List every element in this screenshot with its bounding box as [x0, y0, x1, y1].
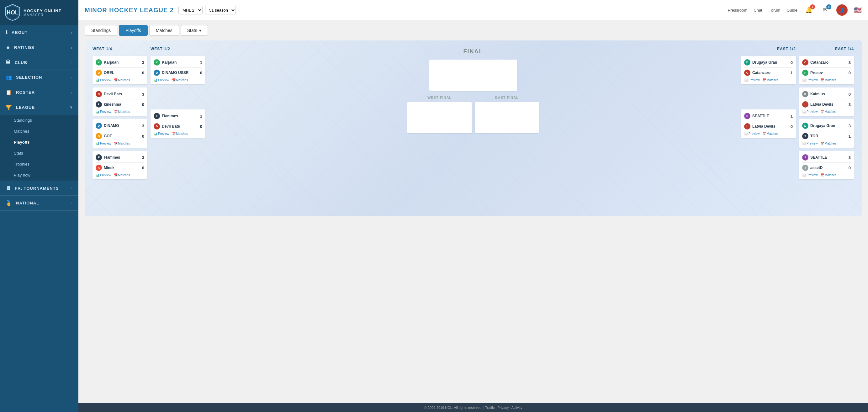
- wq2-preview-link[interactable]: 📊 Preview: [96, 110, 111, 114]
- sidebar-item-club[interactable]: 🏛 CLUB ›: [0, 55, 79, 70]
- es1-team2-name: Catanzaro: [752, 70, 788, 75]
- chevron-icon: ›: [71, 201, 73, 205]
- logo-area[interactable]: HOL HOCKEY-ONLINE MANAGER: [0, 0, 79, 25]
- wq4-team1-score: 3: [139, 155, 144, 160]
- building-icon: 🏛: [6, 60, 11, 65]
- wq2-matches-link[interactable]: 📅 Matches: [114, 110, 130, 114]
- sidebar-item-matches[interactable]: Matches: [0, 126, 79, 137]
- eq2-team2-score: 3: [846, 102, 851, 107]
- west-final-col: WEST FINAL: [407, 96, 472, 133]
- sidebar-item-ratings[interactable]: ★ RATINGS ›: [0, 40, 79, 55]
- wq1-team2-score: 0: [139, 70, 144, 75]
- svg-text:HOL: HOL: [7, 9, 19, 16]
- eq3-matches-link[interactable]: 📅 Matches: [820, 142, 837, 145]
- wq3-matches-link[interactable]: 📅 Matches: [114, 142, 130, 145]
- wq2-team2-score: 0: [139, 102, 144, 107]
- footer-text: © 2009-2019 HOL. All rights reserved. | …: [424, 406, 522, 410]
- league-select[interactable]: MHL 2: [179, 6, 203, 14]
- people-icon: 👥: [6, 74, 12, 80]
- sidebar-item-fr-tournaments[interactable]: 🖥 FR. TOURNAMENTS ›: [0, 181, 79, 195]
- wq4-preview-link[interactable]: 📊 Preview: [96, 173, 111, 177]
- es1-preview-link[interactable]: 📊 Preview: [744, 78, 760, 82]
- season-select[interactable]: 51 season: [205, 6, 236, 14]
- sidebar-item-league[interactable]: 🏆 LEAGUE ∨: [0, 100, 79, 115]
- ws2-preview-link[interactable]: 📊 Preview: [154, 132, 169, 135]
- sidebar-section-fr-tournaments: 🖥 FR. TOURNAMENTS ›: [0, 181, 79, 196]
- eq1-matches-link[interactable]: 📅 Matches: [820, 78, 837, 82]
- es1-team1-name: Drugaya Gran: [752, 60, 788, 65]
- sidebar-item-roster[interactable]: 📋 ROSTER ›: [0, 85, 79, 100]
- sidebar-section-about: ℹ ABOUT ›: [0, 25, 79, 40]
- logo-tor-eq3: T: [802, 133, 808, 139]
- sidebar-item-standings[interactable]: Standings: [0, 115, 79, 126]
- eq1-preview-link[interactable]: 📊 Preview: [802, 78, 818, 82]
- wq1-preview-link[interactable]: 📊 Preview: [96, 78, 111, 82]
- sidebar-item-fr-tournaments-label: FR. TOURNAMENTS: [15, 186, 59, 191]
- chevron-icon: ›: [71, 75, 73, 79]
- wq4-team2-name: Minsk: [104, 165, 139, 170]
- tab-standings[interactable]: Standings: [85, 25, 117, 36]
- notification-badge: 1: [810, 4, 815, 9]
- eq2-team1-score: 0: [846, 92, 851, 97]
- matchup-es2-team2-row: L Latvia Devils 0: [744, 122, 793, 130]
- matchup-es2-team1-row: S SEATTLE 1: [744, 112, 793, 120]
- sidebar-item-stats[interactable]: Stats: [0, 148, 79, 159]
- matchup-wq4: F Flammes 3 A Minsk 0 📊 Preview 📅 M: [93, 151, 147, 179]
- wq1-team1-name: Karjalan: [104, 60, 139, 65]
- logo-karjalan-ws: K: [154, 59, 160, 66]
- sidebar-section-ratings: ★ RATINGS ›: [0, 40, 79, 55]
- matchup-eq1: C Catanzaro 3 P Presov 0 📊 Preview �: [799, 56, 854, 84]
- eq4-team1-score: 3: [846, 155, 851, 160]
- chevron-icon: ›: [71, 46, 73, 50]
- wq3-team2-name: GOT: [104, 134, 139, 138]
- ws2-matches-link[interactable]: 📅 Matches: [172, 132, 188, 135]
- eq1-team2-score: 0: [846, 70, 851, 75]
- sidebar-item-trophies[interactable]: Trophies: [0, 159, 79, 170]
- matchup-es2: S SEATTLE 1 L Latvia Devils 0 📊 Preview: [741, 109, 796, 138]
- ws1-matches-link[interactable]: 📅 Matches: [172, 78, 188, 82]
- logo-seattle-es: S: [744, 113, 750, 119]
- es2-matches-link[interactable]: 📅 Matches: [762, 132, 779, 135]
- wq3-preview-link[interactable]: 📊 Preview: [96, 142, 111, 145]
- eq3-preview-link[interactable]: 📊 Preview: [802, 142, 818, 145]
- logo-shield-icon: HOL: [5, 4, 20, 21]
- wq1-matches-link[interactable]: 📅 Matches: [114, 78, 130, 82]
- language-flag-button[interactable]: 🇺🇸: [854, 6, 862, 14]
- matchup-eq4: S SEATTLE 3 a assetD 0 📊 Preview 📅: [799, 151, 854, 179]
- wq4-matches-link[interactable]: 📅 Matches: [114, 173, 130, 177]
- es1-matches-link[interactable]: 📅 Matches: [762, 78, 779, 82]
- forum-link[interactable]: Forum: [769, 8, 780, 12]
- guide-link[interactable]: Guide: [786, 8, 798, 12]
- info-icon: ℹ: [6, 29, 8, 35]
- sidebar-item-about[interactable]: ℹ ABOUT ›: [0, 25, 79, 40]
- message-button[interactable]: ✉ 8: [820, 5, 830, 15]
- user-avatar-button[interactable]: 👤: [836, 4, 848, 16]
- tab-stats[interactable]: Stats ▾: [181, 25, 208, 36]
- sidebar-item-play-now[interactable]: Play now: [0, 170, 79, 181]
- eq1-team2-name: Presov: [810, 70, 846, 75]
- eq2-matches-link[interactable]: 📅 Matches: [820, 110, 837, 114]
- logo-hockey-online: HOCKEY-ONLINE: [24, 8, 61, 13]
- logo-seattle-eq4: S: [802, 154, 808, 161]
- ws1-preview-link[interactable]: 📊 Preview: [154, 78, 169, 82]
- eq2-team2-name: Latvia Devils: [810, 102, 846, 106]
- matchup-wq3-team1-row: D DINAMO 3: [96, 122, 144, 130]
- east-semi-col: EAST 1/2 D Drugaya Gran 0 C Catanzaro 1: [739, 47, 798, 183]
- east-quarter-header: EAST 1/4: [799, 47, 854, 53]
- tab-matches[interactable]: Matches: [149, 25, 179, 36]
- eq4-preview-link[interactable]: 📊 Preview: [802, 173, 818, 177]
- eq4-matches-link[interactable]: 📅 Matches: [820, 173, 837, 177]
- sidebar-item-playoffs[interactable]: Playoffs: [0, 137, 79, 148]
- logo-minsk: A: [96, 165, 102, 171]
- tab-playoffs[interactable]: Playoffs: [119, 25, 148, 36]
- sidebar-item-selection[interactable]: 👥 SELECTION ›: [0, 70, 79, 85]
- es2-preview-link[interactable]: 📊 Preview: [744, 132, 760, 135]
- notification-bell-button[interactable]: 🔔 1: [804, 5, 814, 15]
- chat-link[interactable]: Chat: [753, 8, 762, 12]
- eq2-preview-link[interactable]: 📊 Preview: [802, 110, 818, 114]
- sidebar-item-national[interactable]: 🏅 NATIONAL ›: [0, 196, 79, 211]
- eq2-team1-name: Kalmius: [810, 92, 846, 96]
- matchup-wq1-team2-row: O OREL 0: [96, 69, 144, 77]
- logo-manager: MANAGER: [24, 13, 61, 17]
- pressroom-link[interactable]: Pressroom: [727, 8, 747, 12]
